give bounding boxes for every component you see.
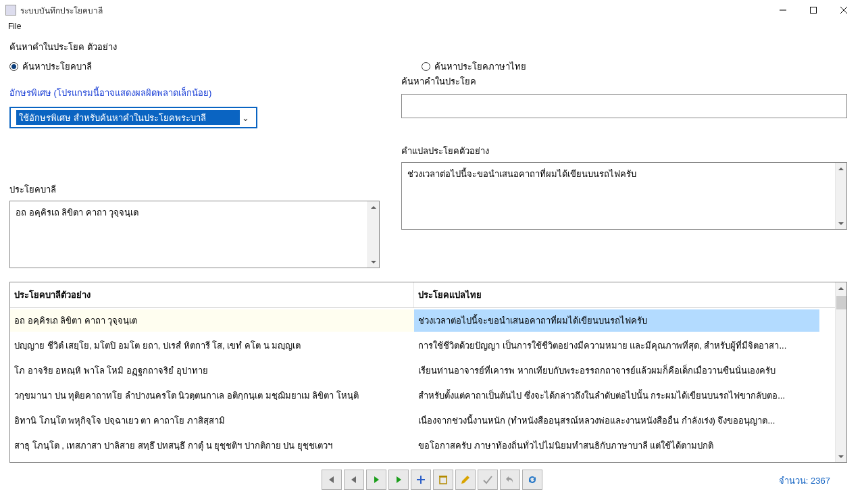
scroll-down-icon[interactable] <box>836 218 846 229</box>
maximize-button[interactable] <box>798 0 828 20</box>
col-pali-example[interactable]: ประโยคบาลีตัวอย่าง <box>10 282 414 307</box>
edit-button[interactable] <box>455 470 476 490</box>
radio-thai-label: ค้นหาประโยคภาษาไทย <box>434 59 526 74</box>
cell-thai: เรียนท่านอาจารย์ที่เคารพ หากเทียบกับพระอ… <box>414 359 819 382</box>
chevron-down-icon: ⌄ <box>240 113 251 123</box>
radio-pali-label: ค้นหาประโยคบาลี <box>22 59 92 74</box>
translation-textarea[interactable]: ช่วงเวลาต่อไปนี้จะขอนำเสนอคาถาที่ผมได้เข… <box>401 162 847 230</box>
special-chars-dropdown[interactable]: ใช้อักษรพิเศษ สำหรับค้นหาคำในประโยคพระบา… <box>9 107 257 128</box>
svg-rect-5 <box>439 476 447 477</box>
delete-button[interactable] <box>433 470 453 490</box>
radio-search-thai[interactable]: ค้นหาประโยคภาษาไทย <box>422 59 855 74</box>
table-row[interactable]: โภ อาจริย อหณฺหิ พาโล โหมิ อฏฺฐกถาจริยํ … <box>10 358 846 383</box>
next-button[interactable] <box>366 470 386 490</box>
cell-pali: ปญฺญาย ชีวิตํ เสยฺโย, มโตปิ อมโต ยถา, ปเ… <box>10 334 414 357</box>
find-in-sentence-label: ค้นหาคำในประโยค <box>401 74 855 89</box>
prev-button[interactable] <box>344 470 364 490</box>
scroll-down-icon[interactable] <box>368 256 379 268</box>
scroll-thumb[interactable] <box>836 296 846 309</box>
table-header: ประโยคบาลีตัวอย่าง ประโยคแปลไทย <box>10 282 846 308</box>
cell-thai: เนื่องจากช่วงนี้งานหนัก (ทำหนังสืออนุสรณ… <box>414 409 819 432</box>
scrollbar[interactable] <box>367 201 379 268</box>
examples-table: ประโยคบาลีตัวอย่าง ประโยคแปลไทย อถ อคฺคิ… <box>9 282 847 463</box>
menu-file[interactable]: File <box>4 20 25 32</box>
cell-pali: โภ อาจริย อหณฺหิ พาโล โหมิ อฏฺฐกถาจริยํ … <box>10 359 414 382</box>
scrollbar[interactable] <box>835 163 846 229</box>
confirm-button[interactable] <box>478 470 498 490</box>
table-row[interactable]: สาธุ โภนฺโต , เทสภาสา ปาลิสาย สทฺธึ ปทสน… <box>10 433 846 458</box>
cell-pali: วกฺขมานา ปน ทุติยคาถาทโย ลำปางนครโต นิวต… <box>10 384 414 407</box>
first-button[interactable] <box>322 470 342 490</box>
toolbar: จำนวน: 2367 <box>9 470 855 490</box>
table-row[interactable]: ปญฺญาย ชีวิตํ เสยฺโย, มโตปิ อมโต ยถา, ปเ… <box>10 333 846 358</box>
table-row[interactable]: อถ อคฺคิรเถ ลิขิตา คาถา วุจฺจนฺเตช่วงเวล… <box>10 308 846 333</box>
scroll-up-icon[interactable] <box>368 201 379 213</box>
translation-value: ช่วงเวลาต่อไปนี้จะขอนำเสนอคาถาที่ผมได้เข… <box>402 163 846 229</box>
close-button[interactable] <box>828 0 859 20</box>
cell-thai: ช่วงเวลาต่อไปนี้จะขอนำเสนอคาถาที่ผมได้เข… <box>414 309 819 332</box>
dropdown-selected: ใช้อักษรพิเศษ สำหรับค้นหาคำในประโยคพระบา… <box>16 110 240 125</box>
scroll-up-icon[interactable] <box>836 282 846 294</box>
add-button[interactable] <box>411 470 431 490</box>
scroll-up-icon[interactable] <box>836 163 846 174</box>
search-input[interactable] <box>401 94 847 118</box>
table-row[interactable]: อิทานิ โภนฺโต พหุกิจฺโจ ปจฺฉาเยว ตา คาถา… <box>10 408 846 433</box>
last-button[interactable] <box>388 470 409 490</box>
scroll-down-icon[interactable] <box>836 451 846 462</box>
cell-pali: สาธุ โภนฺโต , เทสภาสา ปาลิสาย สทฺธึ ปทสน… <box>10 434 414 457</box>
cell-pali: อถ อคฺคิรเถ ลิขิตา คาถา วุจฺจนฺเต <box>10 309 414 332</box>
cell-thai: การใช้ชีวิตด้วยปัญญา เป็นการใช้ชีวิตอย่า… <box>414 334 819 357</box>
find-word-label: ค้นหาคำในประโยค ตัวอย่าง <box>9 40 855 54</box>
cell-pali: อิทานิ โภนฺโต พหุกิจฺโจ ปจฺฉาเยว ตา คาถา… <box>10 409 414 432</box>
undo-button[interactable] <box>500 470 520 490</box>
refresh-button[interactable] <box>522 470 542 490</box>
row-count: จำนวน: 2367 <box>779 474 830 488</box>
minimize-button[interactable] <box>767 0 798 20</box>
svg-rect-4 <box>440 477 447 484</box>
translation-example-label: คำแปลประโยคตัวอย่าง <box>401 144 855 158</box>
pali-sentence-value: อถ อคฺคิรเถ ลิขิตา คาถา วุจฺจนฺเต <box>10 201 379 268</box>
pali-sentence-textarea[interactable]: อถ อคฺคิรเถ ลิขิตา คาถา วุจฺจนฺเต <box>9 201 380 268</box>
app-icon <box>5 5 16 16</box>
cell-thai: ขอโอกาสครับ ภาษาท้องถิ่นทั่วไปไม่นิยมทำส… <box>414 434 819 457</box>
pali-sentence-label: ประโยคบาลี <box>9 182 380 197</box>
table-scrollbar[interactable] <box>835 282 846 462</box>
table-row[interactable]: วกฺขมานา ปน ทุติยคาถาทโย ลำปางนครโต นิวต… <box>10 383 846 408</box>
col-thai-translation[interactable]: ประโยคแปลไทย <box>414 282 846 307</box>
radio-dot-icon <box>422 62 430 71</box>
window-controls <box>767 0 859 20</box>
cell-thai: สำหรับตั้งแต่คาถาเป็นต้นไป ซึ่งจะได้กล่า… <box>414 384 819 407</box>
menubar: File <box>0 20 864 35</box>
radio-search-pali[interactable]: ค้นหาประโยคบาลี <box>9 59 422 74</box>
titlebar: ระบบบันทึกประโยคบาลี <box>0 0 864 20</box>
window-title: ระบบบันทึกประโยคบาลี <box>20 4 767 17</box>
radio-dot-icon <box>9 62 18 71</box>
svg-rect-1 <box>810 7 816 14</box>
